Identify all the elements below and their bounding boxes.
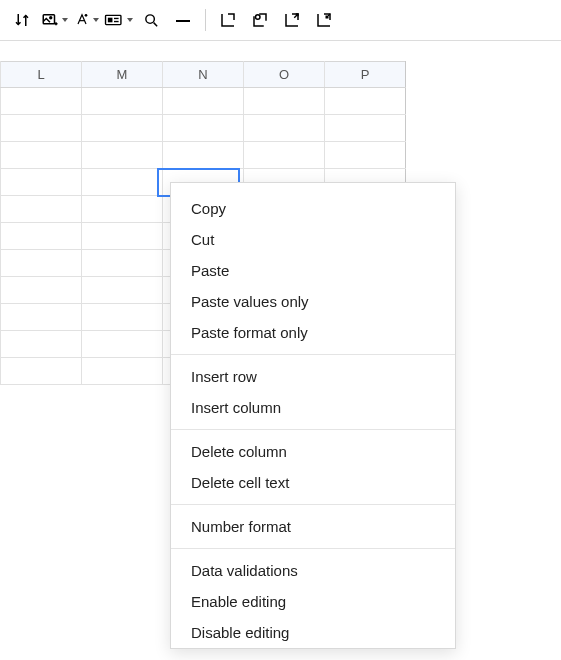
context-menu-item[interactable]: Number format — [171, 511, 455, 542]
cell[interactable] — [163, 88, 244, 115]
grid-row — [0, 115, 406, 142]
cell[interactable] — [82, 169, 163, 196]
underline-icon — [176, 19, 190, 22]
cell-op-c-button[interactable] — [276, 6, 308, 34]
cell[interactable] — [1, 331, 82, 358]
cell[interactable] — [82, 223, 163, 250]
cell-op-a-button[interactable] — [212, 6, 244, 34]
toolbar — [0, 0, 561, 41]
cell[interactable] — [82, 115, 163, 142]
context-menu-separator — [171, 504, 455, 505]
context-menu-item[interactable]: Delete column — [171, 436, 455, 467]
svg-point-9 — [256, 15, 261, 20]
context-menu-item[interactable]: Paste format only — [171, 317, 455, 348]
underline-button[interactable] — [167, 6, 199, 34]
cell[interactable] — [82, 304, 163, 331]
cell[interactable] — [1, 250, 82, 277]
context-menu-item[interactable]: Paste — [171, 255, 455, 286]
search-button[interactable] — [135, 6, 167, 34]
cell[interactable] — [1, 223, 82, 250]
cell[interactable] — [82, 88, 163, 115]
cell[interactable] — [82, 196, 163, 223]
cell[interactable] — [82, 250, 163, 277]
cell[interactable] — [1, 304, 82, 331]
svg-rect-4 — [108, 18, 113, 23]
col-header[interactable]: P — [325, 62, 406, 88]
cell[interactable] — [1, 169, 82, 196]
context-menu-item[interactable]: Disable editing — [171, 617, 455, 648]
cell[interactable] — [244, 142, 325, 169]
svg-point-7 — [145, 14, 154, 22]
sort-button[interactable] — [6, 6, 38, 34]
svg-rect-3 — [106, 15, 121, 24]
cell-op-d-button[interactable] — [308, 6, 340, 34]
cell[interactable] — [244, 88, 325, 115]
context-menu-item[interactable]: Copy — [171, 193, 455, 224]
col-header[interactable]: N — [163, 62, 244, 88]
cell[interactable] — [244, 115, 325, 142]
cell[interactable] — [82, 277, 163, 304]
chevron-down-icon — [127, 18, 133, 22]
chevron-down-icon — [93, 18, 99, 22]
cell[interactable] — [1, 277, 82, 304]
grid-row — [0, 88, 406, 115]
toolbar-separator — [205, 9, 206, 31]
spreadsheet-grid[interactable]: L M N O P CopyCutPastePaste values onlyP… — [0, 61, 561, 660]
context-menu-item[interactable]: Data validations — [171, 555, 455, 586]
context-menu-item[interactable]: Insert row — [171, 361, 455, 392]
cell[interactable] — [1, 142, 82, 169]
column-header-row: L M N O P — [0, 62, 406, 88]
context-menu: CopyCutPastePaste values onlyPaste forma… — [170, 182, 456, 649]
cell[interactable] — [325, 115, 406, 142]
cell[interactable] — [82, 358, 163, 385]
chevron-down-icon — [62, 18, 68, 22]
grid-row — [0, 142, 406, 169]
context-menu-separator — [171, 548, 455, 549]
context-menu-item[interactable]: Paste values only — [171, 286, 455, 317]
cell[interactable] — [163, 115, 244, 142]
cell-op-b-button[interactable] — [244, 6, 276, 34]
insert-image-dropdown[interactable] — [38, 6, 70, 34]
context-menu-separator — [171, 354, 455, 355]
cell[interactable] — [82, 142, 163, 169]
cell[interactable] — [1, 115, 82, 142]
col-header[interactable]: M — [82, 62, 163, 88]
font-color-dropdown[interactable] — [70, 6, 102, 34]
context-menu-item[interactable]: Cut — [171, 224, 455, 255]
col-header[interactable]: O — [244, 62, 325, 88]
context-menu-separator — [171, 429, 455, 430]
cell[interactable] — [325, 142, 406, 169]
svg-line-8 — [153, 22, 157, 26]
cell[interactable] — [1, 196, 82, 223]
context-menu-item[interactable]: Enable editing — [171, 586, 455, 617]
svg-point-2 — [84, 14, 87, 17]
cell[interactable] — [1, 358, 82, 385]
context-menu-item[interactable]: Delete cell text — [171, 467, 455, 498]
cell[interactable] — [325, 88, 406, 115]
cell[interactable] — [163, 142, 244, 169]
cell[interactable] — [1, 88, 82, 115]
context-menu-item[interactable]: Insert column — [171, 392, 455, 423]
cell[interactable] — [82, 331, 163, 358]
insert-widget-dropdown[interactable] — [102, 6, 135, 34]
svg-point-1 — [49, 17, 51, 19]
col-header[interactable]: L — [1, 62, 82, 88]
